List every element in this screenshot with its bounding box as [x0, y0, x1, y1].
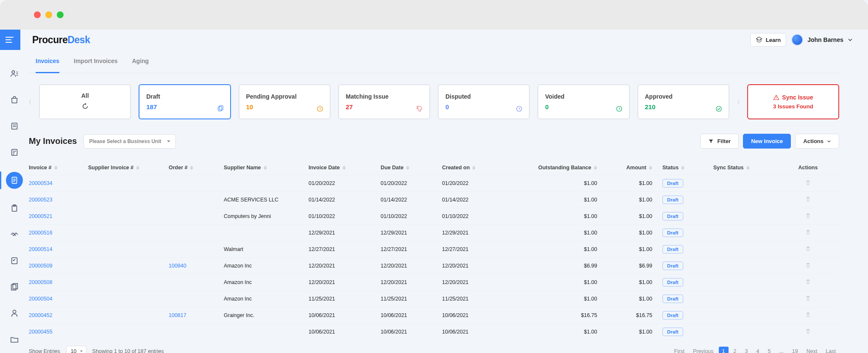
- amount-cell: $1.00: [607, 197, 662, 203]
- clipboard-icon: [10, 204, 19, 213]
- col-sync[interactable]: Sync Status: [713, 160, 777, 175]
- sidebar-item-shop[interactable]: [8, 93, 21, 107]
- sidebar-item-vendors[interactable]: [8, 228, 21, 241]
- sidebar-item-contacts[interactable]: [8, 67, 21, 80]
- table-row: 20000509 100940 Amazon Inc 12/20/2021 12…: [29, 257, 839, 274]
- invoice-link[interactable]: 20000516: [29, 230, 88, 236]
- page-first[interactable]: First: [671, 347, 688, 353]
- col-idate[interactable]: Invoice Date: [309, 160, 381, 175]
- col-sinvoice[interactable]: Supplier Invoice #: [88, 160, 169, 175]
- col-invoice[interactable]: Invoice #: [29, 160, 88, 175]
- col-sname[interactable]: Supplier Name: [224, 160, 309, 175]
- sidebar-item-person[interactable]: [8, 306, 21, 320]
- header-actions: Filter New Invoice Actions: [700, 134, 839, 149]
- new-invoice-button[interactable]: New Invoice: [743, 134, 791, 149]
- delete-button[interactable]: [805, 245, 811, 253]
- user-menu[interactable]: John Barnes: [791, 34, 853, 46]
- chevron-down-icon: [827, 139, 831, 143]
- trash-icon: [805, 229, 811, 235]
- col-amount[interactable]: Amount: [607, 160, 662, 175]
- filter-button[interactable]: Filter: [700, 134, 739, 149]
- scroll-right-button[interactable]: [737, 89, 740, 115]
- tab-aging[interactable]: Aging: [132, 50, 149, 73]
- card-draft[interactable]: Draft 187: [139, 84, 231, 119]
- page-last-num[interactable]: 19: [789, 347, 801, 353]
- delete-button[interactable]: [805, 262, 811, 270]
- page-1[interactable]: 1: [719, 347, 729, 353]
- page-next[interactable]: Next: [803, 347, 821, 353]
- card-title: Voided: [545, 93, 622, 100]
- table-header: Invoice # Supplier Invoice # Order # Sup…: [29, 160, 839, 175]
- card-matching[interactable]: Matching Issue 27: [338, 84, 430, 119]
- card-sync-issue[interactable]: Sync Issue 3 Issues Found: [747, 84, 839, 119]
- card-disputed[interactable]: Disputed 0: [438, 84, 530, 119]
- sort-icon: [54, 166, 58, 170]
- actions-cell: [777, 179, 839, 187]
- col-status[interactable]: Status: [662, 160, 713, 175]
- delete-button[interactable]: [805, 179, 811, 187]
- page-2[interactable]: 2: [730, 347, 740, 353]
- invoice-link[interactable]: 20000455: [29, 329, 88, 335]
- maximize-icon[interactable]: [57, 11, 64, 18]
- page-prev[interactable]: Previous: [690, 347, 717, 353]
- invoice-link[interactable]: 20000508: [29, 279, 88, 285]
- sidebar-item-receipts[interactable]: [8, 201, 21, 215]
- idate-cell: 01/10/2022: [309, 213, 381, 219]
- learn-button[interactable]: Learn: [750, 33, 786, 47]
- menu-toggle-button[interactable]: [0, 30, 20, 50]
- sidebar-item-library[interactable]: [8, 280, 21, 294]
- library-icon: [10, 282, 19, 292]
- col-cdate[interactable]: Created on: [442, 160, 506, 175]
- tab-import[interactable]: Import Invoices: [74, 50, 117, 73]
- minimize-icon[interactable]: [45, 11, 52, 18]
- delete-button[interactable]: [805, 212, 811, 220]
- invoice-link[interactable]: 20000452: [29, 312, 88, 318]
- page-5[interactable]: 5: [764, 347, 774, 353]
- scroll-left-button[interactable]: [29, 89, 31, 115]
- card-pending[interactable]: Pending Approval 10: [239, 84, 331, 119]
- delete-button[interactable]: [805, 196, 811, 204]
- obal-cell: $1.00: [506, 180, 607, 186]
- invoice-link[interactable]: 20000514: [29, 246, 88, 252]
- entries-select[interactable]: 10: [66, 346, 86, 353]
- sidebar-item-req[interactable]: [8, 119, 21, 133]
- sort-icon: [594, 166, 597, 170]
- actions-button[interactable]: Actions: [795, 134, 839, 149]
- card-all[interactable]: All: [39, 84, 131, 119]
- bu-select[interactable]: Please Select a Business Unit: [83, 134, 176, 149]
- page-3[interactable]: 3: [741, 347, 751, 353]
- status-cell: Draft: [662, 229, 713, 237]
- sidebar-item-invoices[interactable]: [6, 172, 23, 189]
- order-link[interactable]: 100940: [169, 263, 224, 269]
- status-badge: Draft: [662, 179, 683, 188]
- invoice-link[interactable]: 20000534: [29, 180, 88, 186]
- sort-icon: [342, 166, 346, 170]
- delete-button[interactable]: [805, 328, 811, 336]
- tab-invoices[interactable]: Invoices: [36, 50, 59, 73]
- delete-button[interactable]: [805, 229, 811, 237]
- order-link[interactable]: 100817: [169, 312, 224, 318]
- invoice-link[interactable]: 20000523: [29, 197, 88, 203]
- idate-cell: 12/20/2021: [309, 279, 381, 285]
- page-lastbtn[interactable]: Last: [822, 347, 839, 353]
- sidebar-item-checklist[interactable]: [8, 254, 21, 268]
- delete-button[interactable]: [805, 312, 811, 319]
- invoice-link[interactable]: 20000521: [29, 213, 88, 219]
- reload-icon: [47, 102, 123, 112]
- sidebar-item-order[interactable]: [8, 146, 21, 159]
- col-obal[interactable]: Outstanding Balance: [506, 160, 607, 175]
- col-ddate[interactable]: Due Date: [381, 160, 442, 175]
- card-approved[interactable]: Approved 210: [637, 84, 729, 119]
- col-actions: Actions: [777, 160, 839, 175]
- actions-cell: [777, 212, 839, 220]
- delete-button[interactable]: [805, 279, 811, 286]
- sidebar-item-folder[interactable]: [8, 333, 21, 346]
- close-icon[interactable]: [34, 11, 41, 18]
- amount-cell: $1.00: [607, 279, 662, 285]
- invoice-link[interactable]: 20000504: [29, 296, 88, 302]
- page-4[interactable]: 4: [753, 347, 762, 353]
- col-order[interactable]: Order #: [169, 160, 224, 175]
- delete-button[interactable]: [805, 295, 811, 303]
- card-voided[interactable]: Voided 0: [537, 84, 629, 119]
- invoice-link[interactable]: 20000509: [29, 263, 88, 269]
